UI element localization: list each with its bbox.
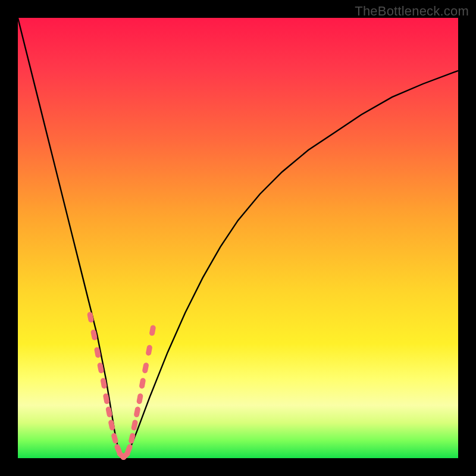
marker-pill <box>149 325 156 336</box>
marker-pill <box>142 362 149 374</box>
marker-pill <box>133 406 140 418</box>
bottleneck-curve <box>18 18 458 458</box>
plot-area <box>18 18 458 458</box>
marker-pill <box>145 345 152 356</box>
marker-pill <box>139 378 146 389</box>
watermark-text: TheBottleneck.com <box>355 4 469 19</box>
marker-pill <box>128 433 136 444</box>
marker-pill <box>111 433 118 444</box>
marker-pill <box>105 406 112 418</box>
marker-pill <box>108 419 115 431</box>
marker-pill <box>87 311 94 322</box>
chart-svg <box>18 18 458 458</box>
marker-pill <box>136 393 143 404</box>
chart-frame: TheBottleneck.com <box>0 0 476 476</box>
